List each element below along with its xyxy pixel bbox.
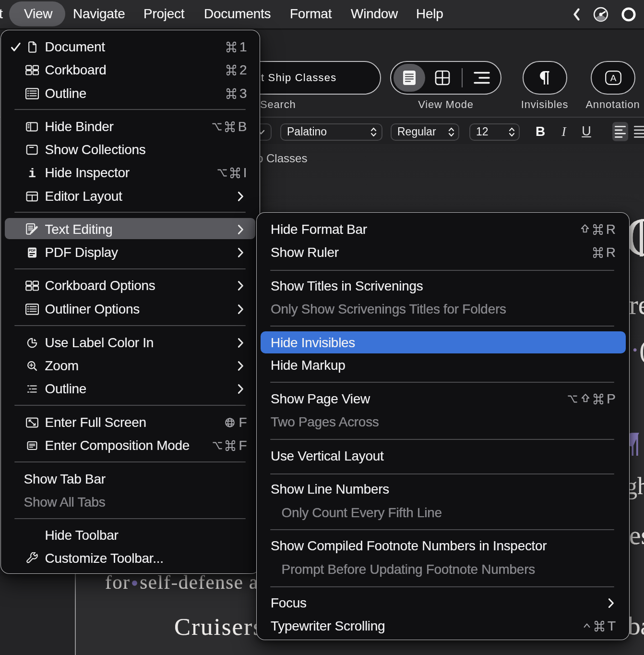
svg-text:A: A bbox=[610, 73, 616, 83]
svg-text:i: i bbox=[28, 167, 36, 179]
svg-text:PDF: PDF bbox=[29, 248, 36, 253]
